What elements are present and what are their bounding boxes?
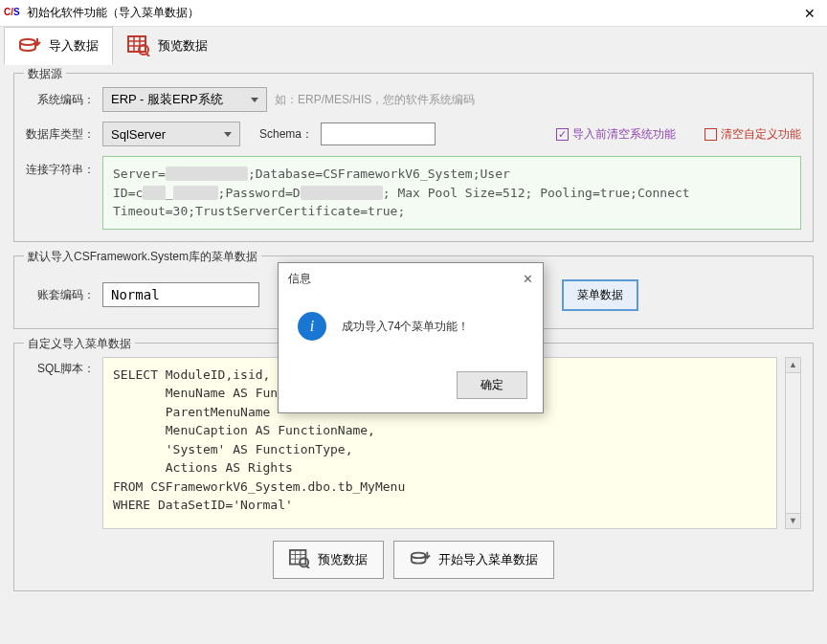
preview-data-button-label: 预览数据 xyxy=(318,551,368,568)
close-icon[interactable]: ✕ xyxy=(796,6,823,21)
titlebar: C/S 初始化软件功能（导入菜单数据） ✕ xyxy=(0,0,827,27)
app-icon: C/S xyxy=(4,7,21,20)
conn-label: 连接字符串： xyxy=(26,156,95,178)
tab-import-label: 导入数据 xyxy=(49,37,99,55)
tab-preview-label: 预览数据 xyxy=(158,37,208,55)
svg-line-14 xyxy=(306,566,309,568)
svg-point-0 xyxy=(20,39,35,45)
info-icon: i xyxy=(298,312,326,341)
preview-data-button[interactable]: 预览数据 xyxy=(273,541,384,579)
checkbox-checked-icon xyxy=(556,128,569,141)
legend-custom: 自定义导入菜单数据 xyxy=(24,336,135,352)
syscode-combo[interactable]: ERP - 服装ERP系统 xyxy=(102,87,267,112)
account-label: 账套编码： xyxy=(26,287,95,303)
legend-datasource: 数据源 xyxy=(24,66,66,82)
syscode-hint: 如：ERP/MES/HIS，您的软件系统编码 xyxy=(275,92,475,108)
dbtype-combo[interactable]: SqlServer xyxy=(102,122,240,146)
chk-clear-sys[interactable]: 导入前清空系统功能 xyxy=(556,126,676,143)
preview-icon xyxy=(127,35,150,56)
fieldset-datasource: 数据源 系统编码： ERP - 服装ERP系统 如：ERP/MES/HIS，您的… xyxy=(13,73,814,242)
start-import-button[interactable]: 开始导入菜单数据 xyxy=(393,541,554,579)
legend-default: 默认导入CSFramework.System库的菜单数据 xyxy=(24,249,261,265)
tab-import[interactable]: 导入数据 xyxy=(4,27,113,65)
dialog-message: 成功导入74个菜单功能！ xyxy=(342,319,469,335)
svg-rect-1 xyxy=(128,36,145,52)
dialog-ok-button[interactable]: 确定 xyxy=(457,371,527,399)
scrollbar-track[interactable] xyxy=(785,373,801,513)
tabbar: 导入数据 预览数据 xyxy=(0,27,827,65)
conn-textarea[interactable]: Server=xxxxxxxxxxx;Database=CSFrameworkV… xyxy=(102,156,801,230)
dialog-title: 信息 xyxy=(288,271,523,287)
import-menu-button[interactable]: 菜单数据 xyxy=(562,279,638,311)
chk-clear-sys-label: 导入前清空系统功能 xyxy=(572,126,676,143)
import-icon xyxy=(18,35,41,56)
checkbox-unchecked-icon xyxy=(704,128,717,141)
svg-point-15 xyxy=(412,552,426,557)
dbtype-value: SqlServer xyxy=(111,127,166,142)
sql-label: SQL脚本： xyxy=(26,357,95,377)
preview-icon xyxy=(289,549,310,570)
chk-clear-custom-label: 清空自定义功能 xyxy=(721,126,801,143)
syscode-label: 系统编码： xyxy=(26,92,95,108)
svg-line-7 xyxy=(146,54,149,56)
schema-label: Schema： xyxy=(259,126,313,143)
dialog-close-icon[interactable]: ✕ xyxy=(523,272,533,286)
window-title: 初始化软件功能（导入菜单数据） xyxy=(27,5,796,21)
chk-clear-custom[interactable]: 清空自定义功能 xyxy=(704,126,801,143)
schema-input[interactable] xyxy=(321,122,436,145)
tab-preview[interactable]: 预览数据 xyxy=(113,27,222,65)
syscode-value: ERP - 服装ERP系统 xyxy=(111,91,223,108)
scroll-up-icon[interactable]: ▲ xyxy=(785,357,801,373)
import-icon xyxy=(410,549,431,570)
import-menu-button-label: 菜单数据 xyxy=(577,287,623,303)
dialog-ok-label: 确定 xyxy=(481,378,503,391)
info-dialog: 信息 ✕ i 成功导入74个菜单功能！ 确定 xyxy=(278,262,544,413)
start-import-button-label: 开始导入菜单数据 xyxy=(438,551,538,568)
scroll-down-icon[interactable]: ▼ xyxy=(785,513,801,529)
svg-rect-8 xyxy=(290,549,305,564)
dbtype-label: 数据库类型： xyxy=(26,126,95,143)
account-input[interactable] xyxy=(102,282,259,307)
